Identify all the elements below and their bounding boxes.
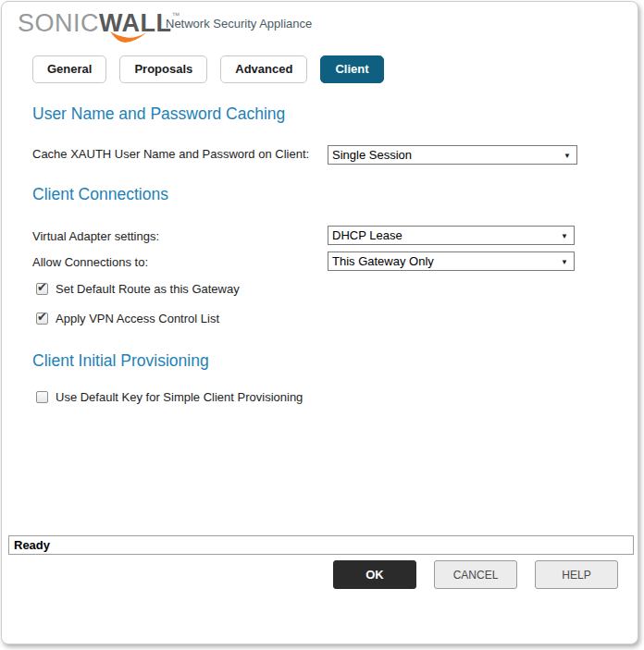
appliance-subtitle: Network Security Appliance [166,17,312,31]
use-default-key-checkbox[interactable] [36,391,48,403]
apply-vpn-acl-label: Apply VPN Access Control List [56,312,219,325]
logo-text-sonic: SONIC [18,9,99,37]
cache-xauth-select[interactable]: Single Session [328,145,577,165]
virtual-adapter-label: Virtual Adapter settings: [32,229,159,243]
ok-button[interactable]: OK [333,560,416,589]
section-heading-caching: User Name and Password Caching [32,104,285,124]
cache-xauth-label: Cache XAUTH User Name and Password on Cl… [32,147,309,161]
apply-vpn-acl-row: Apply VPN Access Control List [36,312,219,325]
settings-panel: SONICWALL™ Network Security Appliance Ge… [1,1,638,644]
virtual-adapter-select-wrap: DHCP Lease ▼ [328,226,575,245]
use-default-key-row: Use Default Key for Simple Client Provis… [36,390,303,404]
allow-connections-label: Allow Connections to: [32,255,148,269]
help-button[interactable]: HELP [535,560,618,589]
logo-text-wall: WALL [99,9,171,38]
tab-proposals[interactable]: Proposals [119,55,207,83]
tab-bar: General Proposals Advanced Client [32,55,384,83]
set-default-route-checkbox[interactable] [36,283,48,295]
section-heading-connections: Client Connections [32,185,168,204]
set-default-route-label: Set Default Route as this Gateway [56,282,240,296]
sonicwall-logo: SONICWALL™ [18,9,180,38]
status-bar: Ready [8,535,634,555]
tab-general[interactable]: General [32,55,106,83]
allow-connections-select[interactable]: This Gateway Only [328,251,575,271]
cancel-button[interactable]: CANCEL [434,560,517,589]
section-heading-provisioning: Client Initial Provisioning [32,351,209,371]
cache-xauth-select-wrap: Single Session ▼ [328,145,577,165]
tab-advanced[interactable]: Advanced [220,55,307,83]
use-default-key-label: Use Default Key for Simple Client Provis… [56,390,303,404]
tab-client[interactable]: Client [320,55,383,83]
allow-connections-select-wrap: This Gateway Only ▼ [328,251,575,271]
virtual-adapter-select[interactable]: DHCP Lease [328,226,575,245]
apply-vpn-acl-checkbox[interactable] [36,313,48,325]
set-default-route-row: Set Default Route as this Gateway [36,282,240,296]
